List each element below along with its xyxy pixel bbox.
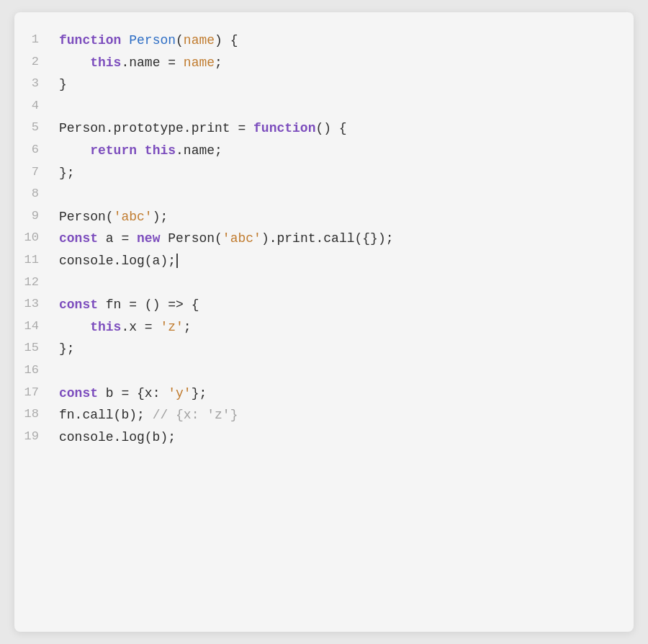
plain-token: }; <box>59 341 75 356</box>
line-number: 15 <box>14 338 52 360</box>
line-number: 12 <box>14 272 52 295</box>
table-row: 4 <box>14 96 634 118</box>
str-token: 'z' <box>160 320 183 334</box>
kw-token: const <box>59 386 98 401</box>
plain-token <box>59 320 90 334</box>
table-row: 15}; <box>14 338 634 360</box>
kw-token: this <box>90 55 121 70</box>
line-number: 2 <box>14 52 52 74</box>
plain-token: .name = <box>121 55 183 70</box>
plain-token: fn.call(b); <box>59 408 153 422</box>
table-row: 14 this.x = 'z'; <box>14 316 634 339</box>
table-row: 9Person('abc'); <box>14 206 634 228</box>
line-code: } <box>52 73 634 96</box>
table-row: 19console.log(b); <box>14 426 634 449</box>
plain-token: Person( <box>160 231 222 246</box>
plain-token: Person.prototype.print = <box>59 121 253 135</box>
line-number: 11 <box>14 250 52 272</box>
plain-token: b = {x: <box>98 386 168 401</box>
line-code: console.log(a); <box>52 250 634 272</box>
line-code: }; <box>52 162 634 184</box>
code-editor: 1function Person(name) {2 this.name = na… <box>14 12 634 632</box>
table-row: 6 return this.name; <box>14 140 634 162</box>
line-number: 8 <box>14 184 52 206</box>
str-token: 'abc' <box>222 231 261 246</box>
plain-token: ); <box>153 210 168 224</box>
plain-token: .x = <box>121 320 160 334</box>
text-cursor <box>176 254 178 268</box>
line-code <box>52 184 634 206</box>
plain-token: () { <box>315 121 346 135</box>
kw-token: new <box>137 231 160 246</box>
line-code <box>52 272 634 295</box>
line-number: 1 <box>14 30 52 52</box>
line-code <box>52 360 634 383</box>
kw-token: const <box>59 298 98 312</box>
table-row: 13const fn = () => { <box>14 294 634 316</box>
str-token: 'y' <box>168 386 191 401</box>
line-number: 9 <box>14 206 52 228</box>
line-number: 16 <box>14 360 52 383</box>
line-code: }; <box>52 338 634 360</box>
line-code: const b = {x: 'y'}; <box>52 383 634 405</box>
line-code: this.name = name; <box>52 52 634 74</box>
line-number: 17 <box>14 383 52 405</box>
line-number: 3 <box>14 73 52 96</box>
line-code: this.x = 'z'; <box>52 316 634 339</box>
kw-token: function <box>59 33 121 48</box>
table-row: 3} <box>14 73 634 96</box>
plain-token: }; <box>192 386 207 401</box>
line-code: const fn = () => { <box>52 294 634 316</box>
fn-name-token: Person <box>129 33 176 48</box>
plain-token <box>59 143 90 158</box>
line-code: fn.call(b); // {x: 'z'} <box>52 404 634 426</box>
table-row: 2 this.name = name; <box>14 52 634 74</box>
str-token: 'abc' <box>114 210 153 224</box>
plain-token: ; <box>215 55 222 70</box>
table-row: 16 <box>14 360 634 383</box>
kw-token: const <box>59 231 98 246</box>
table-row: 5Person.prototype.print = function() { <box>14 117 634 140</box>
line-number: 5 <box>14 117 52 140</box>
plain-token: ; <box>184 320 192 334</box>
kw-token: function <box>253 121 315 135</box>
table-row: 1function Person(name) { <box>14 30 634 52</box>
plain-token <box>137 143 145 158</box>
line-code: return this.name; <box>52 140 634 162</box>
table-row: 10const a = new Person('abc').print.call… <box>14 228 634 250</box>
plain-token: a = <box>98 231 137 246</box>
kw-token: this <box>90 320 121 334</box>
line-number: 7 <box>14 162 52 184</box>
table-row: 17const b = {x: 'y'}; <box>14 383 634 405</box>
line-number: 13 <box>14 294 52 316</box>
line-number: 6 <box>14 140 52 162</box>
line-number: 14 <box>14 316 52 339</box>
line-code: const a = new Person('abc').print.call({… <box>52 228 634 250</box>
param-token: name <box>184 55 215 70</box>
table-row: 7}; <box>14 162 634 184</box>
line-number: 4 <box>14 96 52 118</box>
table-row: 12 <box>14 272 634 295</box>
plain-token <box>59 55 90 70</box>
line-code: function Person(name) { <box>52 30 634 52</box>
table-row: 8 <box>14 184 634 206</box>
kw-token: return <box>90 143 137 158</box>
comment-token: // {x: 'z'} <box>153 408 238 422</box>
line-code: console.log(b); <box>52 426 634 449</box>
plain-token: console.log(a); <box>59 254 176 268</box>
line-code <box>52 96 634 118</box>
plain-token: console.log(b); <box>59 430 176 444</box>
plain-token: .name; <box>176 143 222 158</box>
line-number: 10 <box>14 228 52 250</box>
table-row: 11console.log(a); <box>14 250 634 272</box>
plain-token: ) { <box>215 33 238 48</box>
plain-token: fn = () => { <box>98 298 199 312</box>
plain-token: Person( <box>59 210 114 224</box>
table-row: 18fn.call(b); // {x: 'z'} <box>14 404 634 426</box>
line-number: 18 <box>14 404 52 426</box>
param-token: name <box>184 33 215 48</box>
plain-token: }; <box>59 166 75 180</box>
plain-token: ( <box>176 33 184 48</box>
line-code: Person.prototype.print = function() { <box>52 117 634 140</box>
line-number: 19 <box>14 426 52 449</box>
